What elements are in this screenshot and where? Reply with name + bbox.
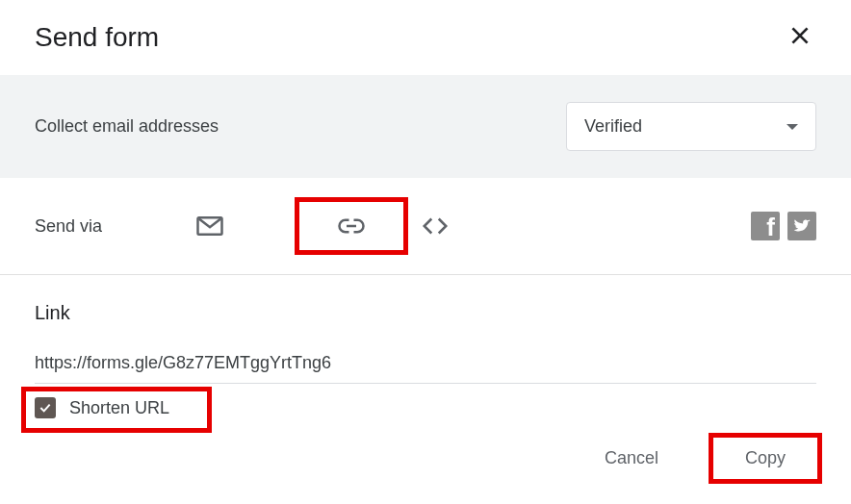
close-icon (787, 23, 812, 48)
collect-email-label: Collect email addresses (35, 116, 219, 137)
tab-email[interactable] (179, 205, 241, 247)
link-url-field[interactable]: https://forms.gle/G8z77EMTggYrtTng6 (35, 353, 816, 384)
send-via-label: Send via (35, 216, 102, 237)
tab-link[interactable] (298, 201, 404, 251)
twitter-icon (792, 216, 812, 236)
collect-email-select[interactable]: Verified (566, 102, 816, 151)
link-icon (337, 212, 366, 240)
check-icon (38, 400, 53, 416)
mail-icon (195, 212, 224, 240)
share-twitter-button[interactable] (787, 212, 816, 240)
collect-email-row: Collect email addresses Verified (0, 75, 851, 178)
code-icon (421, 212, 450, 240)
link-section-title: Link (35, 302, 816, 324)
close-button[interactable] (784, 19, 816, 56)
collect-email-value: Verified (584, 116, 642, 137)
share-facebook-button[interactable] (751, 212, 780, 240)
shorten-url-label: Shorten URL (69, 398, 169, 418)
dialog-title: Send form (35, 22, 159, 53)
tab-embed[interactable] (404, 205, 466, 247)
copy-button[interactable]: Copy (714, 439, 816, 478)
cancel-button[interactable]: Cancel (583, 439, 680, 478)
shorten-url-checkbox[interactable] (35, 397, 56, 418)
send-via-row: Send via (0, 178, 851, 275)
chevron-down-icon (787, 124, 798, 130)
